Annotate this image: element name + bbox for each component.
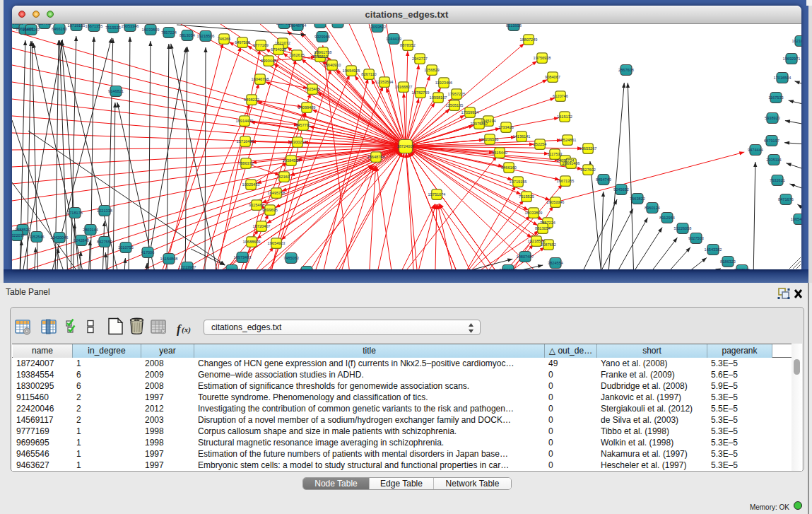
svg-text:417006: 417006 — [141, 250, 155, 255]
svg-text:16782759: 16782759 — [412, 90, 430, 95]
svg-text:9227542: 9227542 — [330, 24, 346, 25]
svg-text:8454749: 8454749 — [596, 177, 611, 182]
svg-text:252254: 252254 — [534, 142, 547, 146]
svg-text:1733426: 1733426 — [498, 125, 514, 129]
svg-text:8960124: 8960124 — [645, 206, 660, 210]
svg-text:10973493: 10973493 — [234, 255, 252, 259]
svg-text:9115460: 9115460 — [249, 203, 264, 207]
svg-text:7886372: 7886372 — [238, 161, 254, 165]
svg-text:16210643: 16210643 — [792, 39, 801, 43]
svg-text:23975867: 23975867 — [471, 122, 488, 126]
svg-text:6466160: 6466160 — [52, 27, 67, 31]
svg-text:2935114: 2935114 — [766, 158, 781, 162]
svg-text:16046798: 16046798 — [252, 77, 269, 81]
svg-text:1527602: 1527602 — [580, 168, 596, 172]
svg-text:6466160: 6466160 — [501, 165, 517, 170]
svg-text:16648764: 16648764 — [289, 24, 307, 28]
svg-text:9242848: 9242848 — [73, 238, 89, 243]
svg-text:9245652: 9245652 — [613, 187, 629, 192]
svg-text:7857224: 7857224 — [161, 30, 177, 35]
svg-text:11923466: 11923466 — [435, 81, 452, 85]
svg-text:17359924: 17359924 — [461, 110, 479, 115]
svg-text:746266: 746266 — [218, 37, 231, 41]
svg-text:10719155: 10719155 — [510, 180, 527, 184]
svg-text:7632621: 7632621 — [770, 178, 785, 182]
svg-text:53226058: 53226058 — [674, 226, 692, 230]
svg-text:2718176: 2718176 — [67, 211, 83, 215]
svg-text:9329966: 9329966 — [314, 35, 330, 39]
svg-text:7485063: 7485063 — [283, 256, 299, 260]
svg-text:8267110: 8267110 — [361, 72, 376, 76]
svg-text:9327508: 9327508 — [734, 268, 750, 269]
svg-text:15720407: 15720407 — [253, 224, 271, 228]
svg-text:9699695: 9699695 — [262, 208, 278, 212]
svg-text:1156829: 1156829 — [424, 68, 439, 72]
svg-text:(x): (x) — [182, 325, 191, 334]
svg-text:19756928: 19756928 — [534, 56, 551, 60]
svg-text:9457791: 9457791 — [295, 123, 311, 127]
svg-text:12093822: 12093822 — [369, 25, 387, 29]
svg-text:20364436: 20364436 — [500, 268, 517, 269]
svg-text:1221338: 1221338 — [97, 209, 112, 213]
svg-text:10653267: 10653267 — [579, 146, 597, 151]
svg-text:12975115: 12975115 — [223, 268, 240, 269]
svg-text:14099489: 14099489 — [298, 105, 316, 110]
svg-text:10807487: 10807487 — [517, 255, 534, 259]
svg-text:16033809: 16033809 — [142, 28, 160, 32]
svg-text:1117533: 1117533 — [548, 152, 563, 156]
svg-text:15300213: 15300213 — [289, 140, 307, 144]
svg-text:14055724: 14055724 — [12, 24, 25, 25]
svg-text:17016504: 17016504 — [774, 76, 792, 80]
svg-text:15751074: 15751074 — [312, 24, 329, 25]
svg-text:15751074: 15751074 — [428, 192, 446, 197]
svg-text:8813054: 8813054 — [180, 33, 195, 37]
svg-text:9327503: 9327503 — [688, 236, 704, 240]
svg-text:7955812: 7955812 — [312, 54, 328, 59]
svg-text:8813054: 8813054 — [535, 226, 551, 230]
svg-text:19654925: 19654925 — [343, 69, 360, 73]
svg-text:1615132: 1615132 — [557, 115, 572, 119]
svg-text:1152546: 1152546 — [29, 235, 44, 239]
svg-text:15640910: 15640910 — [324, 63, 341, 67]
svg-text:16033809: 16033809 — [525, 211, 543, 215]
svg-text:62160: 62160 — [278, 175, 290, 179]
svg-text:1244419: 1244419 — [386, 37, 401, 41]
svg-text:7625402: 7625402 — [305, 87, 320, 91]
svg-text:16543382: 16543382 — [705, 247, 722, 252]
svg-text:16671355: 16671355 — [86, 24, 103, 28]
svg-text:7515525: 7515525 — [105, 25, 121, 30]
svg-text:20691406: 20691406 — [563, 161, 580, 165]
svg-text:19654923: 19654923 — [268, 241, 286, 245]
svg-text:6794028: 6794028 — [271, 47, 286, 52]
svg-text:7663822: 7663822 — [630, 197, 645, 201]
svg-text:5938923: 5938923 — [765, 116, 780, 120]
svg-text:16648764: 16648764 — [367, 155, 385, 159]
svg-text:12213987: 12213987 — [179, 265, 196, 269]
svg-text:1167533: 1167533 — [768, 95, 783, 100]
svg-text:15716485: 15716485 — [237, 139, 254, 144]
svg-text:12505135: 12505135 — [446, 103, 464, 107]
svg-text:29053346: 29053346 — [547, 200, 565, 204]
svg-text:8322037: 8322037 — [12, 233, 25, 238]
svg-text:18807249: 18807249 — [520, 37, 538, 42]
svg-text:7857224: 7857224 — [540, 221, 555, 225]
svg-text:17957225: 17957225 — [448, 92, 466, 96]
svg-text:8912954: 8912954 — [659, 216, 675, 220]
svg-text:10961758: 10961758 — [314, 50, 332, 54]
svg-text:16495758: 16495758 — [268, 191, 286, 195]
svg-text:7515525: 7515525 — [519, 194, 534, 199]
svg-text:6479197: 6479197 — [764, 139, 779, 143]
svg-text:23420046: 23420046 — [51, 235, 69, 240]
svg-text:19218506: 19218506 — [197, 34, 215, 38]
svg-text:19692971: 19692971 — [783, 57, 801, 61]
svg-text:8990448: 8990448 — [261, 59, 276, 63]
svg-text:10958107: 10958107 — [430, 95, 447, 100]
svg-text:8427552: 8427552 — [97, 240, 112, 244]
svg-text:9146821: 9146821 — [108, 89, 124, 93]
svg-text:8186323: 8186323 — [720, 259, 736, 264]
svg-text:9777169: 9777169 — [253, 43, 269, 47]
svg-text:1362615: 1362615 — [289, 53, 305, 57]
svg-text:1527602: 1527602 — [37, 24, 52, 25]
svg-text:18724007: 18724007 — [397, 144, 415, 148]
svg-text:3824554: 3824554 — [548, 261, 563, 265]
